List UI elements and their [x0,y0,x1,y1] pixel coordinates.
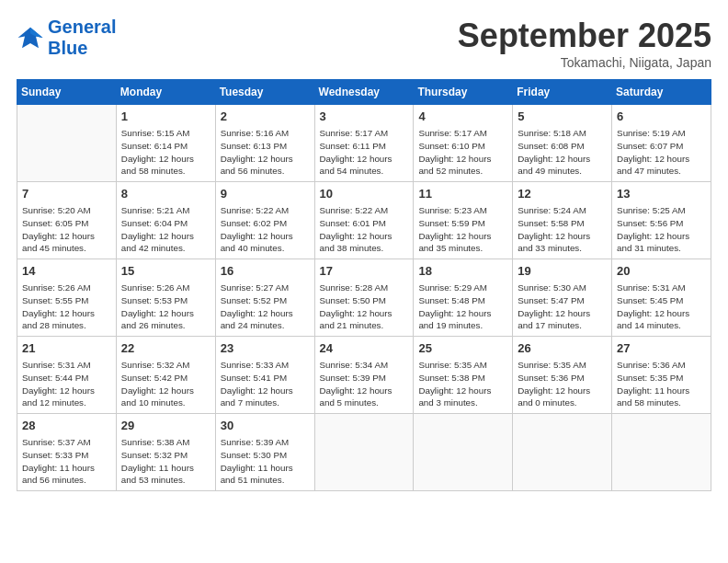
day-info: Sunrise: 5:33 AM Sunset: 5:41 PM Dayligh… [221,359,310,409]
day-number: 11 [418,186,507,202]
day-number: 9 [221,186,310,202]
day-info: Sunrise: 5:25 AM Sunset: 5:56 PM Dayligh… [617,204,706,255]
calendar-day-cell: 16Sunrise: 5:27 AM Sunset: 5:52 PM Dayli… [215,259,314,337]
calendar-day-cell: 3Sunrise: 5:17 AM Sunset: 6:11 PM Daylig… [314,105,414,182]
calendar-day-cell: 7Sunrise: 5:20 AM Sunset: 6:05 PM Daylig… [17,182,117,259]
day-number: 17 [320,263,409,280]
day-number: 18 [418,263,507,280]
calendar-day-cell: 25Sunrise: 5:35 AM Sunset: 5:38 PM Dayli… [414,337,513,414]
day-number: 14 [22,263,111,280]
calendar-day-cell: 11Sunrise: 5:23 AM Sunset: 5:59 PM Dayli… [414,182,513,259]
calendar-day-cell: 24Sunrise: 5:34 AM Sunset: 5:39 PM Dayli… [314,337,414,414]
day-info: Sunrise: 5:18 AM Sunset: 6:08 PM Dayligh… [518,127,607,178]
day-number: 30 [221,418,310,434]
calendar-day-cell: 30Sunrise: 5:39 AM Sunset: 5:30 PM Dayli… [215,414,314,491]
calendar-day-cell [17,105,117,182]
day-info: Sunrise: 5:26 AM Sunset: 5:53 PM Dayligh… [121,282,210,332]
calendar-day-cell: 6Sunrise: 5:19 AM Sunset: 6:07 PM Daylig… [612,105,711,182]
calendar-day-cell [314,414,414,491]
day-number: 4 [418,109,507,125]
calendar-day-cell: 27Sunrise: 5:36 AM Sunset: 5:35 PM Dayli… [612,337,711,414]
calendar-day-cell [414,414,513,491]
day-info: Sunrise: 5:37 AM Sunset: 5:33 PM Dayligh… [22,436,111,487]
day-info: Sunrise: 5:23 AM Sunset: 5:59 PM Dayligh… [418,204,507,255]
calendar-day-cell: 13Sunrise: 5:25 AM Sunset: 5:56 PM Dayli… [612,182,711,259]
page-header: General Blue September 2025 Tokamachi, N… [17,17,711,70]
logo-text: General Blue [48,17,116,59]
day-info: Sunrise: 5:26 AM Sunset: 5:55 PM Dayligh… [22,282,111,332]
day-info: Sunrise: 5:15 AM Sunset: 6:14 PM Dayligh… [121,127,210,178]
calendar-body: 1Sunrise: 5:15 AM Sunset: 6:14 PM Daylig… [17,105,711,491]
day-info: Sunrise: 5:20 AM Sunset: 6:05 PM Dayligh… [22,204,111,255]
calendar-day-cell: 20Sunrise: 5:31 AM Sunset: 5:45 PM Dayli… [612,259,711,337]
calendar-day-cell: 15Sunrise: 5:26 AM Sunset: 5:53 PM Dayli… [116,259,215,337]
day-number: 27 [617,340,706,357]
calendar-day-cell: 1Sunrise: 5:15 AM Sunset: 6:14 PM Daylig… [116,105,215,182]
day-number: 6 [617,109,706,125]
day-of-week-header: Wednesday [314,80,414,105]
calendar-day-cell: 29Sunrise: 5:38 AM Sunset: 5:32 PM Dayli… [116,414,215,491]
calendar-header: SundayMondayTuesdayWednesdayThursdayFrid… [17,80,711,105]
day-info: Sunrise: 5:17 AM Sunset: 6:10 PM Dayligh… [418,127,507,178]
calendar-day-cell: 8Sunrise: 5:21 AM Sunset: 6:04 PM Daylig… [116,182,215,259]
calendar-day-cell: 14Sunrise: 5:26 AM Sunset: 5:55 PM Dayli… [17,259,117,337]
calendar-day-cell: 19Sunrise: 5:30 AM Sunset: 5:47 PM Dayli… [513,259,612,337]
day-number: 16 [221,263,310,280]
day-number: 22 [121,340,210,357]
day-number: 25 [418,340,507,357]
calendar-week-row: 28Sunrise: 5:37 AM Sunset: 5:33 PM Dayli… [17,414,711,491]
day-info: Sunrise: 5:21 AM Sunset: 6:04 PM Dayligh… [121,204,210,255]
day-info: Sunrise: 5:32 AM Sunset: 5:42 PM Dayligh… [121,359,210,409]
day-of-week-header: Sunday [17,80,117,105]
day-number: 23 [221,340,310,357]
logo-icon [17,24,44,52]
day-info: Sunrise: 5:28 AM Sunset: 5:50 PM Dayligh… [320,282,409,332]
day-number: 20 [617,263,706,280]
day-info: Sunrise: 5:27 AM Sunset: 5:52 PM Dayligh… [221,282,310,332]
day-number: 1 [121,109,210,125]
day-number: 15 [121,263,210,280]
day-number: 13 [617,186,706,202]
calendar-week-row: 21Sunrise: 5:31 AM Sunset: 5:44 PM Dayli… [17,337,711,414]
day-number: 2 [221,109,310,125]
calendar-day-cell: 28Sunrise: 5:37 AM Sunset: 5:33 PM Dayli… [17,414,117,491]
calendar-day-cell: 18Sunrise: 5:29 AM Sunset: 5:48 PM Dayli… [414,259,513,337]
location-subtitle: Tokamachi, Niigata, Japan [458,55,711,70]
calendar-week-row: 7Sunrise: 5:20 AM Sunset: 6:05 PM Daylig… [17,182,711,259]
day-info: Sunrise: 5:39 AM Sunset: 5:30 PM Dayligh… [221,436,310,487]
day-of-week-header: Saturday [612,80,711,105]
day-info: Sunrise: 5:30 AM Sunset: 5:47 PM Dayligh… [518,282,607,332]
day-info: Sunrise: 5:17 AM Sunset: 6:11 PM Dayligh… [320,127,409,178]
day-of-week-header: Friday [513,80,612,105]
calendar-day-cell [612,414,711,491]
calendar-day-cell: 5Sunrise: 5:18 AM Sunset: 6:08 PM Daylig… [513,105,612,182]
day-number: 21 [22,340,111,357]
day-info: Sunrise: 5:35 AM Sunset: 5:38 PM Dayligh… [418,359,507,409]
calendar-day-cell: 2Sunrise: 5:16 AM Sunset: 6:13 PM Daylig… [215,105,314,182]
calendar-week-row: 14Sunrise: 5:26 AM Sunset: 5:55 PM Dayli… [17,259,711,337]
day-number: 28 [22,418,111,434]
calendar-day-cell: 17Sunrise: 5:28 AM Sunset: 5:50 PM Dayli… [314,259,414,337]
calendar-day-cell: 9Sunrise: 5:22 AM Sunset: 6:02 PM Daylig… [215,182,314,259]
day-info: Sunrise: 5:31 AM Sunset: 5:45 PM Dayligh… [617,282,706,332]
day-number: 24 [320,340,409,357]
day-info: Sunrise: 5:19 AM Sunset: 6:07 PM Dayligh… [617,127,706,178]
day-of-week-header: Thursday [414,80,513,105]
day-number: 26 [518,340,607,357]
calendar-day-cell: 10Sunrise: 5:22 AM Sunset: 6:01 PM Dayli… [314,182,414,259]
day-number: 7 [22,186,111,202]
day-info: Sunrise: 5:22 AM Sunset: 6:02 PM Dayligh… [221,204,310,255]
calendar-day-cell: 12Sunrise: 5:24 AM Sunset: 5:58 PM Dayli… [513,182,612,259]
day-number: 12 [518,186,607,202]
day-info: Sunrise: 5:16 AM Sunset: 6:13 PM Dayligh… [221,127,310,178]
day-info: Sunrise: 5:36 AM Sunset: 5:35 PM Dayligh… [617,359,706,409]
day-info: Sunrise: 5:35 AM Sunset: 5:36 PM Dayligh… [518,359,607,409]
logo: General Blue [17,17,116,59]
month-title: September 2025 [458,17,711,55]
calendar-day-cell: 23Sunrise: 5:33 AM Sunset: 5:41 PM Dayli… [215,337,314,414]
day-info: Sunrise: 5:29 AM Sunset: 5:48 PM Dayligh… [418,282,507,332]
calendar-day-cell: 4Sunrise: 5:17 AM Sunset: 6:10 PM Daylig… [414,105,513,182]
day-info: Sunrise: 5:24 AM Sunset: 5:58 PM Dayligh… [518,204,607,255]
calendar-table: SundayMondayTuesdayWednesdayThursdayFrid… [17,79,711,491]
day-header-row: SundayMondayTuesdayWednesdayThursdayFrid… [17,80,711,105]
